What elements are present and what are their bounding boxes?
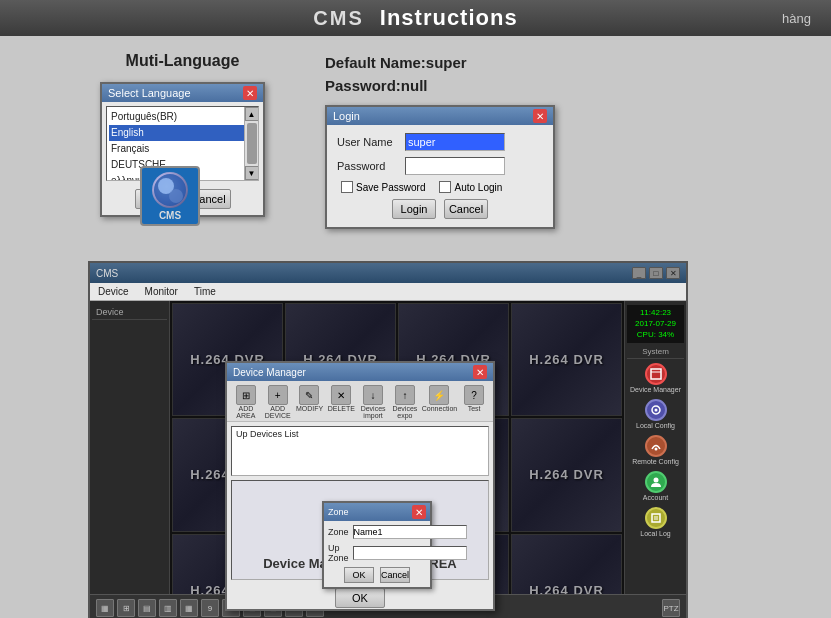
add-device-label: ADD DEVICE: [263, 405, 293, 419]
password-input[interactable]: [405, 157, 505, 175]
local-log-icon-circle: [645, 507, 667, 529]
zone-up-row: Up Zone: [328, 543, 426, 563]
device-manager-dialog: Device Manager ✕ ⊞ ADD AREA + ADD DEVICE: [225, 361, 495, 611]
modify-label: MODIFY: [296, 405, 323, 412]
delete-label: DELETE: [328, 405, 355, 412]
scroll-up-arrow[interactable]: ▲: [245, 107, 259, 121]
login-titlebar: Login ✕: [327, 107, 553, 125]
up-zone-label: Up Zone: [328, 543, 349, 563]
save-password-checkbox[interactable]: [341, 181, 353, 193]
cms-menubar: Device Monitor Time: [90, 283, 686, 301]
local-config-icon[interactable]: Local Config: [627, 397, 684, 431]
login-buttons: Login Cancel: [337, 199, 543, 219]
bottom-icon-5[interactable]: ▦: [180, 599, 198, 617]
select-language-titlebar: Select Language ✕: [102, 84, 263, 102]
zone-dialog: Zone ✕ Zone Up Zone: [322, 501, 432, 589]
connection-label: Connection: [422, 405, 457, 412]
scroll-down-arrow[interactable]: ▼: [245, 166, 259, 180]
close-btn[interactable]: ✕: [666, 267, 680, 279]
dm-connection-btn[interactable]: ⚡ Connection: [422, 385, 457, 419]
dm-tree-label: Up Devices List: [236, 429, 299, 439]
svg-rect-9: [652, 514, 660, 522]
password-row: Password: [337, 157, 543, 175]
maximize-btn[interactable]: □: [649, 267, 663, 279]
minimize-btn[interactable]: _: [632, 267, 646, 279]
bottom-icon-4[interactable]: ▥: [159, 599, 177, 617]
export-label: Devices expo: [390, 405, 420, 419]
login-cancel-button[interactable]: Cancel: [444, 199, 488, 219]
remote-config-icon-circle: [645, 435, 667, 457]
hang-text: hàng: [782, 11, 811, 26]
zone-cancel-button[interactable]: Cancel: [380, 567, 410, 583]
up-zone-input[interactable]: [353, 546, 467, 560]
zone-name-input[interactable]: [353, 525, 467, 539]
test-icon: ?: [464, 385, 484, 405]
bottom-icon-2[interactable]: ⊞: [117, 599, 135, 617]
add-area-label: ADD AREA: [231, 405, 261, 419]
local-config-label: Local Config: [636, 422, 675, 429]
default-info: Default Name:super Password:null: [325, 52, 467, 97]
device-manager-icon[interactable]: Device Manager: [627, 361, 684, 395]
default-name: Default Name:super: [325, 52, 467, 75]
language-scrollbar[interactable]: ▲ ▼: [244, 107, 258, 180]
import-icon: ↓: [363, 385, 383, 405]
dm-add-device-btn[interactable]: + ADD DEVICE: [263, 385, 293, 419]
auto-login-checkbox[interactable]: [439, 181, 451, 193]
save-password-item: Save Password: [341, 181, 425, 193]
system-label: System: [627, 345, 684, 359]
dm-tree-area: Up Devices List: [231, 426, 489, 476]
account-icon[interactable]: Account: [627, 469, 684, 503]
language-item-selected[interactable]: English: [109, 125, 256, 141]
menu-device[interactable]: Device: [98, 286, 129, 297]
zone-body: Zone Up Zone OK Cancel: [324, 521, 430, 587]
modify-icon: ✎: [299, 385, 319, 405]
remote-config-icon[interactable]: Remote Config: [627, 433, 684, 467]
cms-icon-label: CMS: [159, 210, 181, 221]
language-item[interactable]: Português(BR): [109, 109, 256, 125]
zone-ok-button[interactable]: OK: [344, 567, 374, 583]
dm-close-btn[interactable]: ✕: [473, 365, 487, 379]
cms-left-panel: Device: [90, 301, 170, 618]
cms-titlebar: CMS _ □ ✕: [90, 263, 686, 283]
bottom-icon-3[interactable]: ▤: [138, 599, 156, 617]
language-item[interactable]: Français: [109, 141, 256, 157]
dm-delete-btn[interactable]: ✕ DELETE: [326, 385, 356, 419]
menu-monitor[interactable]: Monitor: [145, 286, 178, 297]
cms-time-display: 11:42:232017-07-29CPU: 34%: [627, 305, 684, 343]
login-button[interactable]: Login: [392, 199, 436, 219]
device-panel-label: Device: [92, 305, 167, 320]
username-label: User Name: [337, 136, 405, 148]
zone-name-row: Zone: [328, 525, 426, 539]
local-config-icon-circle: [645, 399, 667, 421]
auto-login-item: Auto Login: [439, 181, 502, 193]
svg-rect-3: [651, 369, 661, 379]
dm-import-btn[interactable]: ↓ Devices import: [358, 385, 388, 419]
dm-modify-btn[interactable]: ✎ MODIFY: [295, 385, 325, 419]
select-language-close-btn[interactable]: ✕: [243, 86, 257, 100]
dm-ok-button[interactable]: OK: [335, 588, 385, 608]
add-area-icon: ⊞: [236, 385, 256, 405]
svg-point-7: [654, 447, 657, 450]
export-icon: ↑: [395, 385, 415, 405]
bottom-icon-6[interactable]: 9: [201, 599, 219, 617]
cms-icon[interactable]: CMS: [140, 166, 200, 226]
local-log-icon[interactable]: Local Log: [627, 505, 684, 539]
scroll-thumb[interactable]: [247, 123, 257, 164]
login-close-btn[interactable]: ✕: [533, 109, 547, 123]
cms-video-area: H.264 DVR H.264 DVR H.264 DVR H.264 DVR …: [170, 301, 624, 618]
dm-add-area-btn[interactable]: ⊞ ADD AREA: [231, 385, 261, 419]
instructions-title: Instructions: [380, 5, 518, 31]
dm-title-label: Device Manager: [233, 367, 306, 378]
ptz-btn[interactable]: PTZ: [662, 599, 680, 617]
dm-test-btn[interactable]: ? Test: [459, 385, 489, 419]
header-bar: CMS Instructions hàng: [0, 0, 831, 36]
menu-time[interactable]: Time: [194, 286, 216, 297]
device-manager-icon-circle: [645, 363, 667, 385]
add-device-icon: +: [268, 385, 288, 405]
test-label: Test: [468, 405, 481, 412]
username-input[interactable]: [405, 133, 505, 151]
bottom-icon-1[interactable]: ▦: [96, 599, 114, 617]
zone-close-btn[interactable]: ✕: [412, 505, 426, 519]
dm-export-btn[interactable]: ↑ Devices expo: [390, 385, 420, 419]
login-body: User Name Password Save Password: [327, 125, 553, 227]
